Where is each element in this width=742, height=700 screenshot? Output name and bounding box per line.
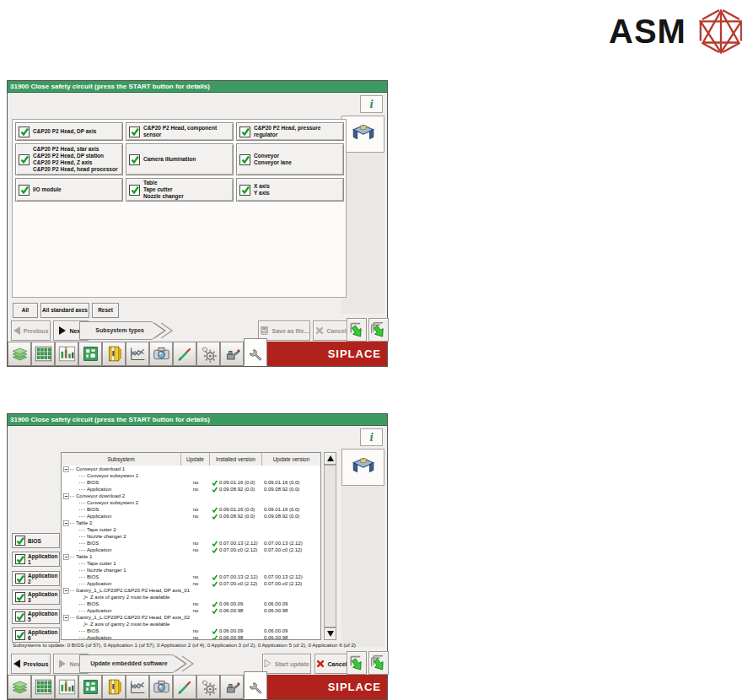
subsystem-row[interactable]: BIOSno0.07.00.13 (2.12)0.07.00.13 (2.12) — [62, 540, 320, 547]
filter-application-5-button[interactable]: Application 5 — [12, 609, 60, 624]
back-one-level-button[interactable] — [347, 318, 367, 342]
subsystem-row[interactable]: Conveyor subsystem 1 — [62, 472, 320, 479]
subsystem-row[interactable]: BIOSno0.09.01.16 (0.0)0.09.01.16 (0.0) — [62, 479, 320, 486]
subsystem-row[interactable]: BIOSno0.09.01.16 (0.0)0.09.01.16 (0.0) — [62, 506, 320, 513]
wrench-toolbar-button[interactable] — [244, 338, 267, 366]
tree-expand-icon[interactable] — [63, 520, 69, 526]
subsystem-toggle-button[interactable]: ConveyorConveyor lane — [236, 143, 344, 175]
statistics-toolbar-button[interactable] — [55, 342, 78, 366]
subsystem-row[interactable]: BIOSno0.07.00.13 (2.12)0.07.00.13 (2.12) — [62, 573, 320, 580]
subsystem-toggle-button[interactable]: TableTape cutterNozzle changer — [126, 178, 234, 202]
subsystem-row[interactable]: Z axis of gantry 2 must be available — [62, 621, 320, 627]
machine-tab[interactable] — [341, 116, 384, 153]
info-button[interactable]: i — [360, 428, 383, 446]
cancel-button[interactable]: Cancel — [315, 654, 348, 674]
tree-expand-icon[interactable] — [63, 615, 69, 621]
filter-application-2-button[interactable]: Application 2 — [12, 571, 60, 586]
filter-bios-button[interactable]: BIOS — [12, 533, 60, 548]
trend-chart-toolbar-button[interactable] — [126, 675, 149, 699]
feeder-toolbar-button[interactable] — [102, 342, 126, 366]
select-all-button[interactable]: All — [13, 303, 38, 318]
cancel-button[interactable]: Cancel — [313, 320, 348, 341]
subsystem-row[interactable]: Table 2 — [62, 520, 320, 526]
subsystem-label: C&P20 P2 Head, component sensor — [143, 125, 233, 138]
subsystem-toggle-button[interactable]: C&P20 P2 Head, pressure regulator — [236, 122, 344, 141]
subsystem-row[interactable]: Applicationno0.09.08.92 (0.0)0.09.08.92 … — [62, 513, 320, 520]
matrix-icon — [35, 345, 52, 363]
subsystem-row[interactable]: Gantry_1_L.CP20P2.C&P20 P2 Head, DP axis… — [62, 614, 320, 621]
matrix-icon — [35, 678, 52, 696]
subsystem-row[interactable]: Nozzle changer 2 — [62, 533, 320, 540]
window-titlebar: 31900 Close safety circuit (press the ST… — [8, 414, 387, 426]
start-update-button[interactable]: Start update — [262, 654, 311, 674]
subsystem-row[interactable]: Tape cutter 2 — [62, 526, 320, 533]
back-to-start-button[interactable] — [368, 651, 389, 675]
tree-expand-icon[interactable] — [63, 554, 69, 560]
previous-button[interactable]: Previous — [11, 654, 51, 674]
subsystem-row[interactable]: Nozzle changer 1 — [62, 567, 320, 573]
subsystem-row[interactable]: Applicationno0.07.00.c0 (2.12)0.07.00.c0… — [62, 547, 320, 553]
wizard-step: Update embedded software — [79, 654, 195, 674]
scrollbar-track[interactable] — [324, 465, 336, 627]
setup-gear-toolbar-button[interactable] — [196, 342, 220, 366]
installed-version-cell: 0.09.08.92 (0.0) — [219, 486, 255, 493]
subsystem-row[interactable]: Applicationno0.06.00.980.06.00.98 — [62, 634, 320, 639]
repair-tool-toolbar-button[interactable] — [173, 342, 196, 366]
matrix-toolbar-button[interactable] — [31, 675, 55, 699]
subsystem-row[interactable]: Applicationno0.09.08.92 (0.0)0.09.08.92 … — [62, 486, 320, 493]
subsystem-toggle-button[interactable]: I/O module — [15, 178, 123, 202]
subsystem-toggle-button[interactable]: X axisY axis — [236, 178, 344, 202]
filter-application-6-button[interactable]: Application 6 — [12, 627, 60, 643]
repair-tool-toolbar-button[interactable] — [173, 675, 196, 699]
previous-arrow-icon — [13, 660, 20, 668]
subsystem-row[interactable]: BIOSno0.06.00.090.06.00.09 — [62, 600, 320, 607]
board-toolbar-button[interactable] — [78, 675, 102, 699]
feeder-toolbar-button[interactable] — [102, 675, 126, 699]
tree-expand-icon[interactable] — [63, 493, 69, 499]
subsystem-row[interactable]: Applicationno0.07.00.c0 (2.12)0.07.00.c0… — [62, 580, 320, 587]
subsystem-row[interactable]: Z axis of gantry 2 must be available — [62, 594, 320, 600]
subsystem-row[interactable]: BIOSno0.06.00.090.06.00.09 — [62, 627, 320, 634]
trend-chart-toolbar-button[interactable] — [126, 342, 149, 366]
subsystem-toggle-button[interactable]: C&P20 P2 Head, star axisC&P20 P2 Head, D… — [15, 143, 123, 175]
scroll-down-button[interactable] — [324, 627, 336, 640]
board-toolbar-button[interactable] — [78, 342, 102, 366]
camera-toolbar-button[interactable] — [149, 675, 173, 699]
subsystem-row[interactable]: Gantry_1_L.CP20P2.C&P20 P2 Head, DP axis… — [62, 587, 320, 594]
update-cell: no — [181, 540, 210, 547]
layers-icon — [11, 678, 29, 696]
subsystem-row[interactable]: Applicationno0.06.00.980.06.00.98 — [62, 607, 320, 614]
camera-toolbar-button[interactable] — [149, 342, 173, 366]
subsystem-row[interactable]: Table 1 — [62, 553, 320, 560]
info-button[interactable]: i — [360, 95, 383, 113]
back-one-level-button[interactable] — [347, 651, 367, 675]
back-to-start-button[interactable] — [368, 318, 389, 342]
layers-toolbar-button[interactable] — [8, 342, 31, 366]
previous-button[interactable]: Previous — [11, 320, 51, 341]
layers-toolbar-button[interactable] — [8, 675, 31, 699]
subsystem-row[interactable]: Tape cutter 1 — [62, 560, 320, 567]
subsystem-label: Camera illumination — [143, 156, 196, 163]
statistics-toolbar-button[interactable] — [55, 675, 78, 699]
matrix-toolbar-button[interactable] — [31, 342, 55, 366]
filter-application-3-button[interactable]: Application 3 — [12, 590, 60, 605]
subsystem-toggle-button[interactable]: C&P20 P2 Head, DP axis — [15, 122, 123, 141]
oiler-toolbar-button[interactable] — [220, 675, 244, 699]
scroll-up-button[interactable] — [324, 452, 336, 465]
select-all-standard-axes-button[interactable]: All standard axes — [40, 303, 89, 318]
machine-tab[interactable] — [341, 449, 384, 486]
subsystem-row[interactable]: Conveyor subsystem 2 — [62, 499, 320, 506]
filter-application-1-button[interactable]: Application 1 — [12, 552, 60, 567]
subsystem-row[interactable]: Conveyor download 2 — [62, 493, 320, 499]
tree-expand-icon[interactable] — [63, 466, 69, 472]
subsystem-row[interactable]: Conveyor download 1 — [62, 466, 320, 472]
subsystem-cell: Nozzle changer 1 — [87, 567, 126, 573]
tree-expand-icon[interactable] — [63, 588, 69, 594]
setup-gear-toolbar-button[interactable] — [196, 675, 220, 699]
subsystem-toggle-button[interactable]: C&P20 P2 Head, component sensor — [126, 122, 234, 141]
subsystem-cell: Application — [87, 607, 111, 614]
reset-button[interactable]: Reset — [92, 303, 119, 318]
subsystem-toggle-button[interactable]: Camera illumination — [126, 143, 234, 175]
wrench-toolbar-button[interactable] — [244, 671, 267, 699]
oiler-toolbar-button[interactable] — [220, 342, 244, 366]
